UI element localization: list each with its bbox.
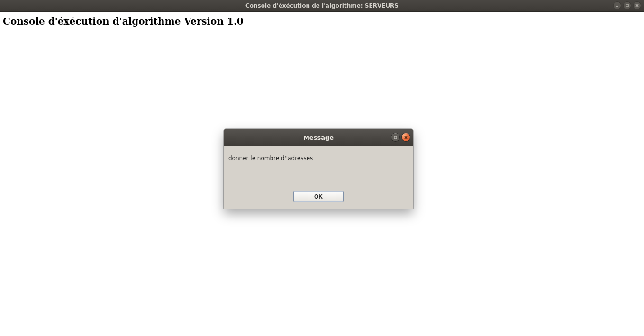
main-window-title: Console d'éxécution de l'algorithme: SER… <box>0 2 644 9</box>
dialog-window-controls <box>391 133 410 141</box>
minimize-button[interactable] <box>613 1 621 9</box>
message-dialog: Message donner le nombre d''adresses OK <box>224 129 413 209</box>
dialog-minimize-button[interactable] <box>391 133 399 141</box>
dialog-titlebar: Message <box>224 129 413 146</box>
close-icon <box>404 133 408 142</box>
main-window-controls <box>613 1 641 9</box>
maximize-icon <box>625 3 629 8</box>
maximize-button[interactable] <box>623 1 631 9</box>
console-heading: Console d'éxécution d'algorithme Version… <box>3 16 641 27</box>
close-button[interactable] <box>633 1 641 9</box>
dialog-actions: OK <box>228 191 408 202</box>
svg-rect-4 <box>394 136 397 139</box>
close-icon <box>635 3 639 8</box>
dialog-close-button[interactable] <box>402 133 410 141</box>
minimize-icon <box>615 3 619 8</box>
dialog-body: donner le nombre d''adresses OK <box>224 146 413 209</box>
dialog-title: Message <box>224 134 413 141</box>
svg-rect-1 <box>626 4 628 7</box>
ok-button[interactable]: OK <box>293 191 344 202</box>
dialog-message: donner le nombre d''adresses <box>228 155 408 177</box>
main-content: Console d'éxécution d'algorithme Version… <box>0 12 644 31</box>
minimize-icon <box>393 133 398 142</box>
main-window-titlebar: Console d'éxécution de l'algorithme: SER… <box>0 0 644 12</box>
